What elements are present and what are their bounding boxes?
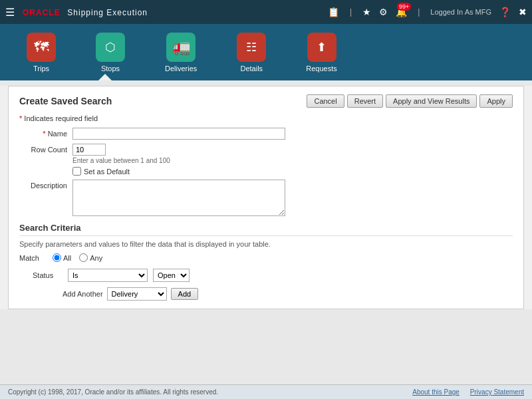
stops-icon-box: ⬡ <box>96 33 125 62</box>
nav-label-trips: Trips <box>33 65 49 72</box>
required-note: * Indicates required field <box>19 114 513 122</box>
status-criteria-row: Status Is Is Not Open Closed Cancelled <box>33 269 513 282</box>
nav-item-deliveries[interactable]: 🚛 Deliveries <box>165 33 197 72</box>
navigation-bar: 🗺 Trips ⬡ Stops 🚛 Deliveries ☷ Details ⬆… <box>0 24 532 80</box>
add-another-label: Add Another <box>63 290 103 298</box>
nav-label-deliveries: Deliveries <box>165 65 197 72</box>
match-all-label: All <box>63 254 71 262</box>
about-page-link[interactable]: About this Page <box>412 388 460 396</box>
add-button[interactable]: Add <box>171 288 199 300</box>
set-default-checkbox[interactable] <box>72 167 81 176</box>
add-another-type-select[interactable]: Delivery Trip Stop Container <box>107 287 167 301</box>
set-default-row: Set as Default <box>72 167 170 176</box>
add-another-row: Add Another Delivery Trip Stop Container… <box>63 287 513 301</box>
match-radio-group: All Any <box>53 253 102 262</box>
divider-1: | <box>350 7 352 17</box>
nav-item-trips[interactable]: 🗺 Trips <box>27 33 56 72</box>
requests-icon-box: ⬆ <box>307 33 336 62</box>
nav-label-requests: Requests <box>306 65 336 72</box>
search-criteria-section: Search Criteria Specify parameters and v… <box>19 223 513 301</box>
description-textarea[interactable] <box>72 180 285 216</box>
description-field-row: Description <box>19 180 513 216</box>
star-icon[interactable]: ★ <box>362 7 371 17</box>
match-label: Match <box>19 254 46 262</box>
match-any-label: Any <box>90 254 102 262</box>
notification-icon[interactable]: 🔔 99+ <box>396 7 407 17</box>
status-operator-select[interactable]: Is Is Not <box>68 269 148 282</box>
nav-arrow <box>98 74 112 80</box>
footer: Copyright (c) 1998, 2017, Oracle and/or … <box>0 384 532 399</box>
nav-item-stops[interactable]: ⬡ Stops <box>96 33 125 72</box>
footer-links: About this Page Privacy Statement <box>412 388 524 396</box>
app-title: Shipping Execution <box>67 8 148 17</box>
create-saved-search-panel: Create Saved Search Cancel Revert Apply … <box>8 86 524 309</box>
divider-2: | <box>418 7 420 17</box>
apply-and-view-results-button[interactable]: Apply and View Results <box>386 94 477 108</box>
trips-icon-box: 🗺 <box>27 33 56 62</box>
settings-icon[interactable]: ⚙ <box>379 7 388 17</box>
privacy-statement-link[interactable]: Privacy Statement <box>470 388 524 396</box>
row-count-field-row: Row Count Enter a value between 1 and 10… <box>19 144 513 176</box>
set-default-label: Set as Default <box>84 168 130 176</box>
criteria-hint: Specify parameters and values to filter … <box>19 240 513 248</box>
description-label: Description <box>19 180 72 190</box>
status-label: Status <box>33 271 63 279</box>
row-count-input[interactable] <box>72 144 106 156</box>
match-all-option[interactable]: All <box>53 253 71 262</box>
hamburger-icon[interactable]: ☰ <box>5 6 15 19</box>
name-label: * Name <box>19 128 72 138</box>
panel-title: Create Saved Search <box>19 96 112 106</box>
search-criteria-title: Search Criteria <box>19 223 513 236</box>
notification-badge: 99+ <box>397 3 411 11</box>
help-icon[interactable]: ❓ <box>499 7 511 17</box>
close-icon[interactable]: ✖ <box>519 7 527 17</box>
nav-item-details[interactable]: ☷ Details <box>237 33 266 72</box>
deliveries-icon-box: 🚛 <box>166 33 196 62</box>
apply-button[interactable]: Apply <box>479 94 513 108</box>
row-count-group: Enter a value between 1 and 100 Set as D… <box>72 144 170 176</box>
main-content: Create Saved Search Cancel Revert Apply … <box>0 86 532 309</box>
footer-copyright: Copyright (c) 1998, 2017, Oracle and/or … <box>8 388 218 396</box>
panel-header: Create Saved Search Cancel Revert Apply … <box>19 94 513 108</box>
oracle-text: ORACLE <box>23 8 61 17</box>
match-any-option[interactable]: Any <box>79 253 102 262</box>
nav-item-requests[interactable]: ⬆ Requests <box>306 33 336 72</box>
details-icon-box: ☷ <box>237 33 266 62</box>
oracle-logo: ORACLE Shipping Execution <box>20 7 148 17</box>
name-input[interactable] <box>72 128 285 140</box>
logged-in-label: Logged In As MFG <box>430 8 491 16</box>
revert-button[interactable]: Revert <box>347 94 383 108</box>
name-field-row: * Name <box>19 128 513 140</box>
action-buttons: Cancel Revert Apply and View Results App… <box>307 94 513 108</box>
clipboard-icon[interactable]: 📋 <box>328 7 339 17</box>
row-count-label: Row Count <box>19 144 72 154</box>
nav-label-details: Details <box>240 65 263 72</box>
row-count-hint: Enter a value between 1 and 100 <box>72 157 170 164</box>
match-row: Match All Any <box>19 253 513 262</box>
status-value-select[interactable]: Open Closed Cancelled <box>153 269 190 282</box>
cancel-button[interactable]: Cancel <box>307 94 344 108</box>
required-star: * <box>19 114 22 122</box>
nav-label-stops: Stops <box>101 65 120 72</box>
